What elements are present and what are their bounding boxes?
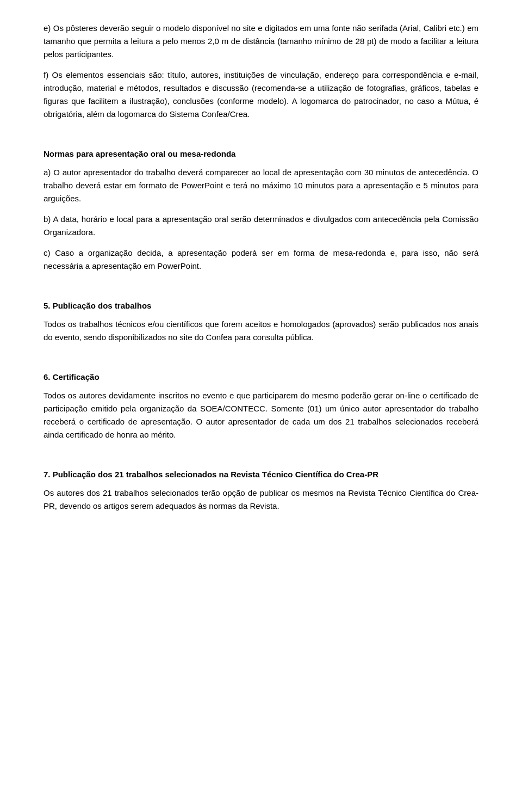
paragraph-7: Os autores dos 21 trabalhos selecionados… xyxy=(44,487,478,513)
spacer-1 xyxy=(44,128,478,144)
paragraph-e: e) Os pôsteres deverão seguir o modelo d… xyxy=(44,22,478,61)
heading-5: 5. Publicação dos trabalhos xyxy=(44,301,478,310)
heading-6: 6. Certificação xyxy=(44,372,478,382)
heading-7: 7. Publicação dos 21 trabalhos seleciona… xyxy=(44,470,478,479)
paragraph-f: f) Os elementos essenciais são: título, … xyxy=(44,69,478,121)
paragraph-5: Todos os trabalhos técnicos e/ou científ… xyxy=(44,318,478,344)
paragraph-6: Todos os autores devidamente inscritos n… xyxy=(44,389,478,441)
heading-oral: Normas para apresentação oral ou mesa-re… xyxy=(44,149,478,158)
spacer-2 xyxy=(44,280,478,296)
paragraph-b-oral: b) A data, horário e local para a aprese… xyxy=(44,213,478,239)
paragraph-a-oral: a) O autor apresentador do trabalho deve… xyxy=(44,166,478,205)
spacer-3 xyxy=(44,352,478,367)
page-container: e) Os pôsteres deverão seguir o modelo d… xyxy=(0,0,522,553)
spacer-4 xyxy=(44,449,478,464)
paragraph-c-oral: c) Caso a organização decida, a apresent… xyxy=(44,247,478,273)
